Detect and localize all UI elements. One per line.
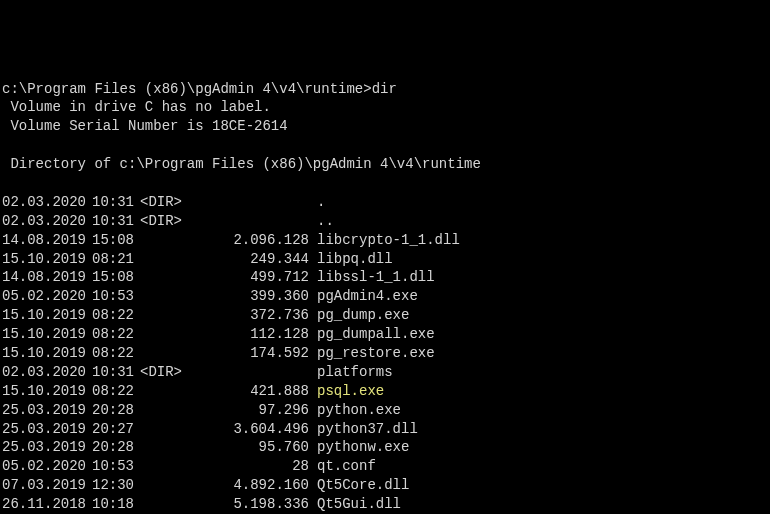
file-time: 10:31 (82, 363, 130, 382)
file-name: libpq.dll (309, 250, 393, 269)
file-name: pgAdmin4.exe (309, 287, 418, 306)
file-time: 08:21 (82, 250, 130, 269)
file-name: libcrypto-1_1.dll (309, 231, 460, 250)
listing-row: 26.11.201810:185.198.336Qt5Gui.dll (2, 495, 768, 514)
listing-row: 15.10.201908:22372.736pg_dump.exe (2, 306, 768, 325)
file-date: 15.10.2019 (2, 344, 82, 363)
file-size: 249.344 (194, 250, 309, 269)
file-date: 15.10.2019 (2, 250, 82, 269)
file-time: 15:08 (82, 231, 130, 250)
file-size: 399.360 (194, 287, 309, 306)
file-time: 20:28 (82, 438, 130, 457)
file-size: 5.198.336 (194, 495, 309, 514)
file-time: 10:18 (82, 495, 130, 514)
file-name: pg_restore.exe (309, 344, 435, 363)
listing-row: 05.02.202010:5328qt.conf (2, 457, 768, 476)
file-name: python.exe (309, 401, 401, 420)
file-time: 15:08 (82, 268, 130, 287)
prompt-path: c:\Program Files (x86)\pgAdmin 4\v4\runt… (2, 81, 372, 97)
dir-marker: <DIR> (130, 193, 194, 212)
file-size: 2.096.128 (194, 231, 309, 250)
file-time: 10:31 (82, 212, 130, 231)
file-name: Qt5Core.dll (309, 476, 409, 495)
file-time: 10:53 (82, 287, 130, 306)
listing-row: 14.08.201915:082.096.128libcrypto-1_1.dl… (2, 231, 768, 250)
file-name: Qt5Gui.dll (309, 495, 401, 514)
file-size: 28 (194, 457, 309, 476)
listing-row: 02.03.202010:31<DIR>. (2, 193, 768, 212)
listing-row: 14.08.201915:08499.712libssl-1_1.dll (2, 268, 768, 287)
file-name: platforms (309, 363, 393, 382)
file-name: python37.dll (309, 420, 418, 439)
file-date: 26.11.2018 (2, 495, 82, 514)
file-name: . (309, 193, 325, 212)
file-time: 20:28 (82, 401, 130, 420)
file-date: 15.10.2019 (2, 325, 82, 344)
directory-listing: 02.03.202010:31<DIR>.02.03.202010:31<DIR… (2, 193, 768, 514)
volume-line-2: Volume Serial Number is 18CE-2614 (2, 118, 288, 134)
listing-row: 07.03.201912:304.892.160Qt5Core.dll (2, 476, 768, 495)
file-size: 95.760 (194, 438, 309, 457)
file-size: 174.592 (194, 344, 309, 363)
listing-row: 15.10.201908:22174.592pg_restore.exe (2, 344, 768, 363)
file-date: 07.03.2019 (2, 476, 82, 495)
file-date: 15.10.2019 (2, 382, 82, 401)
file-name: .. (309, 212, 334, 231)
file-date: 14.08.2019 (2, 268, 82, 287)
file-date: 05.02.2020 (2, 287, 82, 306)
listing-row: 25.03.201920:2897.296python.exe (2, 401, 768, 420)
file-time: 10:31 (82, 193, 130, 212)
file-date: 02.03.2020 (2, 363, 82, 382)
file-time: 08:22 (82, 344, 130, 363)
file-name: pythonw.exe (309, 438, 409, 457)
dir-marker: <DIR> (130, 363, 194, 382)
file-size: 421.888 (194, 382, 309, 401)
dir-marker: <DIR> (130, 212, 194, 231)
file-date: 15.10.2019 (2, 306, 82, 325)
listing-row: 05.02.202010:53399.360pgAdmin4.exe (2, 287, 768, 306)
command-text: dir (372, 81, 397, 97)
file-time: 08:22 (82, 325, 130, 344)
file-time: 08:22 (82, 382, 130, 401)
listing-row: 15.10.201908:22112.128pg_dumpall.exe (2, 325, 768, 344)
file-name: psql.exe (309, 382, 384, 401)
file-date: 14.08.2019 (2, 231, 82, 250)
file-date: 02.03.2020 (2, 193, 82, 212)
listing-row: 25.03.201920:2895.760pythonw.exe (2, 438, 768, 457)
file-size: 112.128 (194, 325, 309, 344)
file-name: qt.conf (309, 457, 376, 476)
file-date: 25.03.2019 (2, 438, 82, 457)
file-size: 3.604.496 (194, 420, 309, 439)
file-date: 25.03.2019 (2, 401, 82, 420)
listing-row: 15.10.201908:22421.888psql.exe (2, 382, 768, 401)
file-size: 499.712 (194, 268, 309, 287)
file-size: 97.296 (194, 401, 309, 420)
file-date: 25.03.2019 (2, 420, 82, 439)
listing-row: 02.03.202010:31<DIR>.. (2, 212, 768, 231)
listing-row: 25.03.201920:273.604.496python37.dll (2, 420, 768, 439)
listing-row: 02.03.202010:31<DIR>platforms (2, 363, 768, 382)
file-time: 12:30 (82, 476, 130, 495)
file-name: libssl-1_1.dll (309, 268, 435, 287)
file-name: pg_dumpall.exe (309, 325, 435, 344)
file-time: 20:27 (82, 420, 130, 439)
directory-header: Directory of c:\Program Files (x86)\pgAd… (2, 156, 481, 172)
file-time: 10:53 (82, 457, 130, 476)
file-date: 05.02.2020 (2, 457, 82, 476)
file-time: 08:22 (82, 306, 130, 325)
volume-line-1: Volume in drive C has no label. (2, 99, 271, 115)
file-date: 02.03.2020 (2, 212, 82, 231)
file-size: 372.736 (194, 306, 309, 325)
file-name: pg_dump.exe (309, 306, 409, 325)
file-size: 4.892.160 (194, 476, 309, 495)
listing-row: 15.10.201908:21249.344libpq.dll (2, 250, 768, 269)
